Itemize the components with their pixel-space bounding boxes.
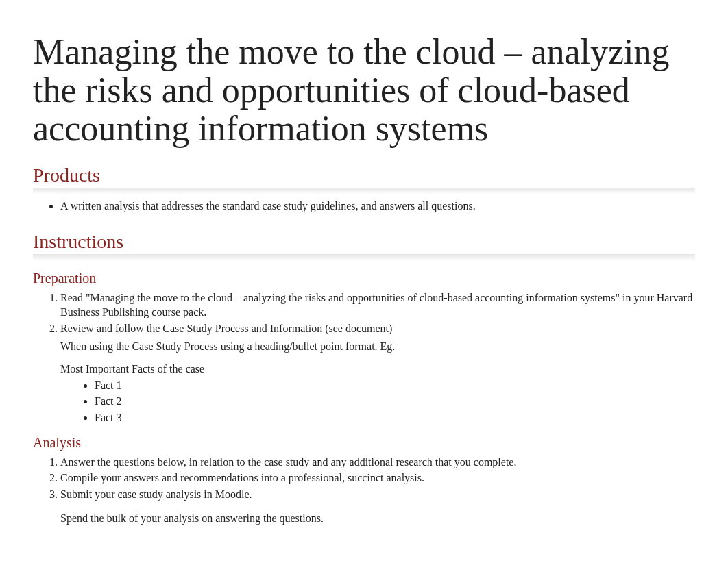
preparation-steps: Read "Managing the move to the cloud – a…: [47, 290, 695, 425]
analysis-steps: Answer the questions below, in relation …: [47, 455, 695, 526]
facts-example: Most Important Facts of the case Fact 1 …: [60, 362, 695, 425]
facts-list: Fact 1 Fact 2 Fact 3: [88, 378, 695, 425]
list-item: Compile your answers and recommendations…: [60, 471, 695, 486]
final-note: Spend the bulk of your analysis on answe…: [60, 511, 695, 526]
list-item: Fact 3: [95, 410, 695, 425]
list-item: Submit your case study analysis in Moodl…: [60, 487, 695, 526]
list-item: A written analysis that addresses the st…: [60, 199, 695, 214]
step-text: Submit your case study analysis in Moodl…: [60, 488, 252, 500]
list-item: Answer the questions below, in relation …: [60, 455, 695, 470]
list-item: Fact 2: [95, 394, 695, 409]
step-extra-line: When using the Case Study Process using …: [60, 339, 695, 354]
list-item: Fact 1: [95, 378, 695, 393]
products-list: A written analysis that addresses the st…: [47, 199, 695, 214]
facts-heading: Most Important Facts of the case: [60, 362, 695, 377]
instructions-heading: Instructions: [33, 231, 695, 261]
preparation-heading: Preparation: [33, 271, 695, 286]
products-heading: Products: [33, 164, 695, 195]
page-title: Managing the move to the cloud – analyzi…: [33, 33, 695, 148]
list-item: Review and follow the Case Study Process…: [60, 321, 695, 425]
step-text: Review and follow the Case Study Process…: [60, 323, 392, 334]
list-item: Read "Managing the move to the cloud – a…: [60, 290, 695, 320]
analysis-heading: Analysis: [33, 435, 695, 451]
